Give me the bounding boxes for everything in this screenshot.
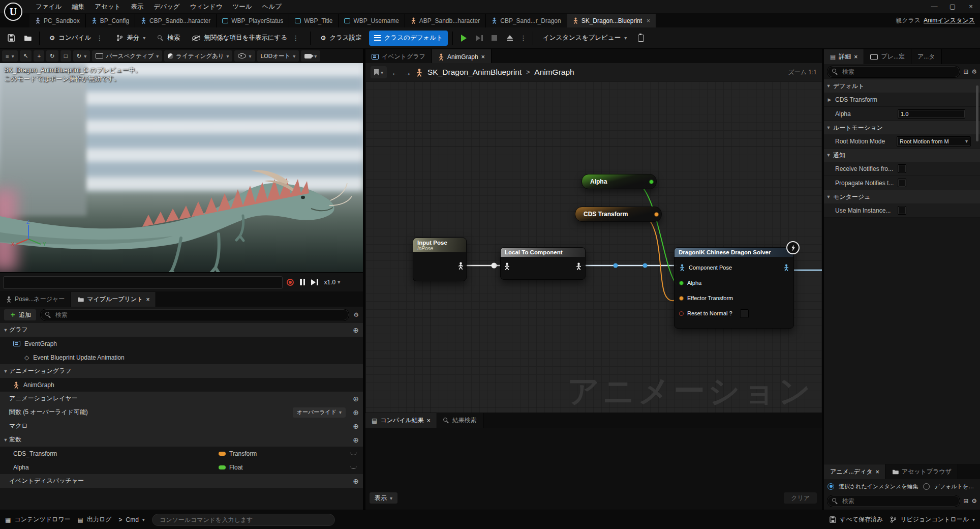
tab-pose-watch-manager[interactable]: Pose...ネージャー [0, 292, 71, 307]
tab-asset-details[interactable]: ア...タ [911, 49, 942, 64]
details-section-montage[interactable]: ▼ モンタージュ [824, 190, 980, 203]
node-alpha-variable[interactable]: Alpha [581, 174, 657, 189]
save-status[interactable]: すべて保存済み [830, 515, 883, 524]
scale-tool-button[interactable]: □ [60, 50, 71, 62]
visibility-icon[interactable] [350, 452, 357, 455]
compile-button[interactable]: ⚙ コンパイル ⋮ [44, 31, 109, 46]
output-log-button[interactable]: ▤ 出力ログ [78, 515, 112, 524]
transform-output-pin[interactable] [654, 212, 659, 217]
add-graph-icon[interactable]: ⊕ [353, 326, 359, 334]
frame-skip-button[interactable] [473, 32, 486, 45]
details-section-default[interactable]: ▼ デフォルト [824, 79, 980, 93]
menu-view[interactable]: 表示 [126, 0, 148, 13]
minimize-icon[interactable]: — [925, 0, 943, 13]
details-section-root-motion[interactable]: ▼ ルートモーション [824, 121, 980, 134]
timeline-scrubber[interactable] [3, 276, 283, 289]
propagate-notifies-checkbox[interactable] [898, 179, 906, 187]
step-forward-button[interactable] [311, 279, 318, 285]
gear-icon[interactable]: ⚙ [353, 311, 359, 318]
section-functions[interactable]: 関数 (5 オーバーライド可能) オーバーライド ▾ ⊕ [0, 405, 363, 419]
node-input-pose[interactable]: Input Pose InPose [413, 238, 467, 281]
view-mode-dropdown[interactable]: ライティングあり ▾ [164, 50, 232, 62]
tab-compile-results[interactable]: ▤ コンパイル結果 × [365, 413, 437, 428]
add-button[interactable]: ＋ 追加 [4, 309, 36, 320]
transform-input-pin[interactable] [679, 296, 684, 301]
animgraph-canvas[interactable]: Alpha CDS Transform Input Pose InPose Lo… [365, 81, 822, 413]
snap-button[interactable]: ↻ ▾ [73, 50, 90, 62]
tab-preview-settings[interactable]: プレ...定 [864, 49, 911, 64]
view-options-icon[interactable]: ⊞ [963, 68, 968, 75]
section-variables[interactable]: ▼ 変数 ⊕ [0, 433, 363, 447]
menu-edit[interactable]: 編集 [67, 0, 89, 13]
pose-input-pin[interactable] [679, 264, 685, 271]
details-scrollbar[interactable] [976, 85, 978, 141]
receive-notifies-checkbox[interactable] [898, 164, 906, 173]
tab-asset-browser[interactable]: アセットブラウザ [886, 464, 958, 479]
close-tab-icon[interactable]: × [481, 53, 485, 61]
breadcrumb-root[interactable]: SK_Dragon_AnimBlueprint [427, 68, 522, 77]
show-filter-dropdown[interactable]: 表示 ▾ [370, 492, 397, 504]
variable-row-cds-transform[interactable]: CDS_Transform Transform [0, 447, 363, 460]
rotate-tool-button[interactable]: ↻ [46, 50, 58, 62]
search-input[interactable] [54, 311, 344, 319]
node-local-to-component[interactable]: Local To Component [500, 247, 586, 280]
edit-selected-radio[interactable] [828, 483, 834, 490]
class-settings-button[interactable]: ⚙ クラス設定 [315, 31, 367, 46]
save-button[interactable] [4, 31, 18, 45]
nav-forward-icon[interactable]: → [404, 68, 411, 77]
tree-item-eventgraph[interactable]: EventGraph [0, 337, 363, 350]
preview-viewport[interactable]: SK_Dragon_AnimBlueprint_C のプレビュー中。 このモード… [0, 49, 363, 291]
eject-button[interactable] [503, 32, 516, 45]
details-row-cds-transform[interactable]: ▶ CDS Transform [824, 93, 980, 107]
viewport-render[interactable]: SK_Dragon_AnimBlueprint_C のプレビュー中。 このモード… [0, 63, 363, 272]
close-tab-icon[interactable]: × [427, 417, 431, 424]
search-input[interactable] [841, 68, 955, 76]
add-function-icon[interactable]: ⊕ [353, 408, 359, 417]
close-tab-icon[interactable]: × [647, 17, 650, 24]
tab-event-graph[interactable]: イベントグラフ [365, 49, 432, 64]
alpha-value-field[interactable] [898, 109, 965, 119]
select-tool-button[interactable]: ↖ [20, 50, 32, 62]
section-macros[interactable]: マクロ ⊕ [0, 419, 363, 433]
tab-anim-preview-editor[interactable]: アニメ...ディタ × [824, 464, 886, 479]
maximize-icon[interactable]: ▢ [943, 0, 962, 13]
section-event-dispatchers[interactable]: イベントディスパッチャー ⊕ [0, 474, 363, 488]
close-tab-icon[interactable]: × [876, 468, 879, 476]
add-variable-icon[interactable]: ⊕ [353, 436, 359, 444]
close-tab-icon[interactable]: × [146, 296, 149, 303]
reset-checkbox[interactable] [740, 309, 749, 318]
find-button[interactable]: 検索 [152, 31, 185, 46]
perspective-dropdown[interactable]: パースペクティブ ▾ [92, 50, 162, 62]
content-drawer-button[interactable]: ▦ コンテンツドロワー [5, 515, 71, 524]
nav-back-icon[interactable]: ← [391, 68, 399, 77]
console-input[interactable] [159, 516, 328, 524]
section-graphs[interactable]: ▼ グラフ ⊕ [0, 323, 363, 337]
camera-dropdown[interactable]: ▾ [301, 50, 320, 62]
details-settings-icon[interactable]: ⚙ [971, 68, 977, 75]
add-layer-icon[interactable]: ⊕ [353, 395, 359, 403]
pose-output-pin[interactable] [783, 264, 789, 271]
pose-input-pin[interactable] [504, 262, 510, 270]
visibility-icon[interactable] [350, 465, 357, 469]
preview-instance-dropdown[interactable]: インスタンスをプレビュー ▾ [538, 31, 632, 46]
move-tool-button[interactable]: + [34, 50, 44, 62]
clear-button[interactable]: クリア [784, 492, 817, 504]
pause-button[interactable] [300, 279, 305, 285]
override-dropdown[interactable]: オーバーライド ▾ [293, 407, 346, 418]
menu-file[interactable]: ファイル [30, 0, 67, 13]
tab-my-blueprint[interactable]: マイブループリント × [71, 292, 156, 307]
close-tab-icon[interactable]: × [854, 53, 858, 61]
add-macro-icon[interactable]: ⊕ [353, 422, 359, 430]
hide-unrelated-options-icon[interactable]: ⋮ [291, 34, 300, 42]
asset-tab-bp-config[interactable]: BP_Config [86, 14, 135, 27]
asset-tab-wbp-username[interactable]: WBP_Username [339, 14, 405, 27]
show-flags-dropdown[interactable]: ▾ [234, 50, 255, 62]
compile-options-icon[interactable]: ⋮ [95, 34, 104, 42]
browse-asset-button[interactable] [20, 31, 35, 45]
pose-output-pin[interactable] [457, 262, 464, 270]
unreal-logo-icon[interactable]: U [4, 3, 22, 21]
search-input[interactable] [841, 497, 955, 505]
cmd-dropdown[interactable]: > Cmd ▾ [119, 516, 145, 523]
playback-speed-dropdown[interactable]: x1.0 ▾ [324, 279, 341, 286]
pose-output-pin[interactable] [575, 262, 582, 270]
